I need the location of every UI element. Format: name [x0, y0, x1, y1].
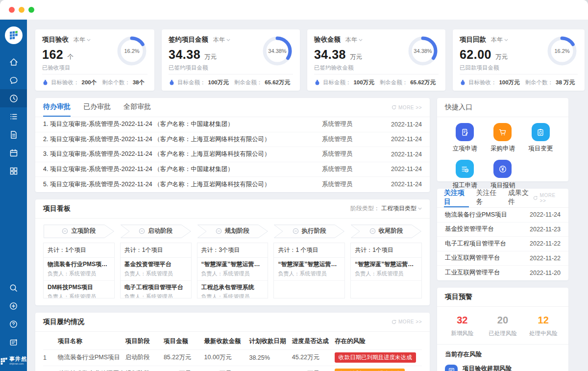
performance-panel: 项目履约情况 MORE >> 项目名称 项目阶段 项目金额 最新收款金额 计划收… [35, 313, 430, 371]
donut-chart: 16.2% [546, 35, 578, 67]
tab-watch-projects[interactable]: 关注项目 [444, 189, 469, 207]
donut-chart: 34.38% [407, 35, 439, 67]
moneybag-icon [169, 79, 175, 86]
stage-status-icon [369, 228, 376, 234]
tab-result-files[interactable]: 成果文件 [508, 189, 533, 207]
chevron-down-icon [504, 39, 508, 41]
sidebar-item-home[interactable] [0, 53, 27, 71]
stage-arrow-planning[interactable]: 规划阶段 [197, 224, 269, 238]
tab-watch-tasks[interactable]: 关注任务 [476, 189, 501, 207]
sidebar-item-documents[interactable] [0, 125, 27, 144]
quick-entry-work-report[interactable]: 报工申请 [446, 160, 484, 190]
period-select[interactable]: 本年 [74, 36, 91, 44]
refresh-icon [533, 196, 538, 200]
table-row[interactable]: 2 科学技术数字化管理平台 规划阶段 32.23万元 16.00万元 49.35… [43, 366, 422, 371]
stage-arrow-execution[interactable]: 执行阶段 [273, 224, 345, 238]
current-risks-title: 当前存在风险 [445, 350, 561, 359]
quick-entry-title: 快捷入口 [445, 103, 472, 112]
approvals-more-link[interactable]: MORE >> [392, 105, 422, 110]
kanban-card[interactable]: 物流装备行业PMS项目管...负责人：系统管理员 [44, 258, 114, 281]
watch-row[interactable]: 物流装备行业PMS项目2022-11-24 [437, 208, 568, 223]
kpi-value: 162 [42, 48, 63, 62]
kanban-card[interactable]: 基金投资管理平台负责人：系统管理员 [121, 258, 191, 281]
tab-done-approvals[interactable]: 已办审批 [83, 98, 111, 117]
watch-more-link[interactable]: MORE >> [533, 193, 562, 203]
tab-pending-approvals[interactable]: 待办审批 [43, 98, 71, 117]
stage-arrow-closing[interactable]: 收尾阶段 [350, 224, 422, 238]
sidebar-item-tasks[interactable] [0, 107, 27, 125]
approval-row[interactable]: 1. 项目立项审批-系统管理员-2022-11-24 （客户名称：中国建材集团）… [35, 117, 430, 132]
kanban-card[interactable]: “智慧深蓝”智慧运营系统负责人：系统管理员 [197, 258, 268, 281]
brand-name: 事井然 [9, 356, 27, 362]
approval-row[interactable]: 4. 项目立项审批-系统管理员-2022-11-24 （客户名称：中国建材集团）… [35, 162, 430, 177]
stage-type-select[interactable]: 阶段类型： 工程项目类型 [350, 204, 422, 213]
risk-item[interactable]: 项目验收超期风险 项目验收超过指定天数 [445, 365, 561, 371]
quick-entry-reimburse[interactable]: 项目报销 [484, 160, 521, 190]
quick-entry-purchase[interactable]: 采购申请 [484, 123, 521, 153]
stage-column-execution: 共计：1 个项目 “智慧深蓝”智慧运营系统负责人：系统管理员 [273, 243, 345, 298]
minimize-button[interactable] [19, 7, 24, 13]
kanban-card[interactable]: 电子工程项目管理平台负责人：系统管理员 [121, 281, 191, 298]
zoom-button[interactable] [28, 7, 34, 13]
kanban-card[interactable]: DM科技PMS项目负责人：系统管理员 [44, 281, 114, 298]
watch-row[interactable]: 电子工程项目管理平台2022-11-22 [437, 237, 568, 251]
close-button[interactable] [9, 7, 15, 13]
calendar-icon [9, 148, 19, 158]
moneybag-icon [314, 79, 320, 86]
chevron-down-icon [226, 39, 230, 41]
kanban-panel: 项目看板 阶段类型： 工程项目类型 立项阶段 [35, 199, 430, 305]
kanban-title: 项目看板 [43, 204, 71, 213]
sidebar-item-messages[interactable] [0, 71, 27, 89]
sidebar-item-apps[interactable] [0, 162, 27, 180]
chevron-down-icon [418, 207, 422, 210]
quick-entry-initiation[interactable]: 立项申请 [446, 123, 484, 153]
stage-arrow-startup[interactable]: 启动阶段 [120, 224, 192, 238]
kpi-card-payback: 项目回款 本年 62.00万元 已回款项目金额 16.2% [453, 29, 585, 91]
kpi-card-acceptance: 项目验收 本年 162个 已验收项目 16.2% [35, 29, 154, 91]
window-titlebar [0, 0, 588, 20]
sidebar-item-search[interactable] [0, 279, 27, 297]
kpi-value: 34.38 [169, 48, 200, 62]
approvals-panel: 待办审批 已办审批 全部审批 MORE >> 1. 项目立项审批-系统管理员-2… [35, 98, 430, 192]
kanban-card[interactable]: 工程总承包管理系统负责人：系统管理员 [197, 281, 268, 298]
moneybag-icon [42, 79, 49, 86]
period-select[interactable]: 本年 [345, 36, 363, 44]
kpi-title: 签约项目金额 [169, 35, 208, 44]
list-clock-icon [461, 165, 469, 173]
table-row[interactable]: 1 物流装备行业PMS项目 启动阶段 85.22万元 10.00万元 38.25… [43, 350, 422, 366]
warning-panel: 项目预警 32 新增风险 20 已处理风险 [437, 288, 568, 371]
kpi-value: 34.38 [314, 48, 346, 62]
stage-arrow-initiation[interactable]: 立项阶段 [43, 224, 115, 238]
performance-more-link[interactable]: MORE >> [392, 319, 422, 324]
tab-all-approvals[interactable]: 全部审批 [123, 98, 151, 117]
kanban-card[interactable]: “智慧深蓝”智慧运营系统负责人：系统管理员 [274, 258, 344, 281]
approval-row[interactable]: 5. 项目立项审批-系统管理员-2022-11-24 （客户名称：上海亘岩网络科… [35, 177, 430, 192]
app-window: 事井然shijinran.com 项目验收 本年 162个 已 [0, 0, 588, 371]
watch-row[interactable]: 工业互联网管理平台2022-11-22 [437, 251, 568, 266]
period-select[interactable]: 本年 [213, 36, 230, 44]
risk-badge: 本月计划回款但进度未达 [335, 369, 405, 371]
watch-panel: 关注项目 关注任务 成果文件 MORE >> 物流装备行业PMS项目2022-1… [437, 189, 568, 280]
sidebar-item-calendar[interactable] [0, 144, 27, 162]
stat-processing-risks: 12 处理中风险 [523, 315, 564, 337]
watch-row[interactable]: 工业互联网管理平台2022-11-20 [437, 266, 568, 280]
sidebar-item-create[interactable] [0, 297, 27, 315]
kpi-value: 62.00 [460, 48, 491, 62]
approval-row[interactable]: 2. 项目立项审批-系统管理员-2022-11-24 （客户名称：上海亘岩网络科… [35, 132, 430, 148]
sidebar-item-projects[interactable] [0, 89, 27, 107]
kpi-subtitle: 已验收项目 [42, 64, 91, 72]
quick-entry-change[interactable]: 项目变更 [522, 123, 560, 153]
kanban-card[interactable]: “智慧深蓝”智慧运营系统负责人：系统管理员 [351, 258, 421, 281]
stage-column-planning: 共计：3个项目 “智慧深蓝”智慧运营系统负责人：系统管理员 工程总承包管理系统负… [197, 243, 269, 298]
grid-icon [9, 166, 19, 176]
sidebar-item-feedback[interactable] [0, 333, 27, 351]
period-select[interactable]: 本年 [491, 36, 508, 44]
refresh-icon [392, 320, 396, 324]
watch-row[interactable]: 基金投资管理平台2022-11-23 [437, 223, 568, 237]
stage-column-startup: 共计：1个项目 基金投资管理平台负责人：系统管理员 电子工程项目管理平台负责人：… [120, 243, 192, 298]
sidebar-item-help[interactable] [0, 315, 27, 333]
stat-new-risks: 32 新增风险 [442, 315, 483, 337]
approval-row[interactable]: 3. 项目立项审批-系统管理员-2022-11-24 （客户名称：上海亘岩网络科… [35, 147, 430, 162]
app-logo[interactable] [5, 26, 23, 44]
stage-column-initiation: 共计：1个项目 物流装备行业PMS项目管...负责人：系统管理员 DM科技PMS… [43, 243, 115, 298]
